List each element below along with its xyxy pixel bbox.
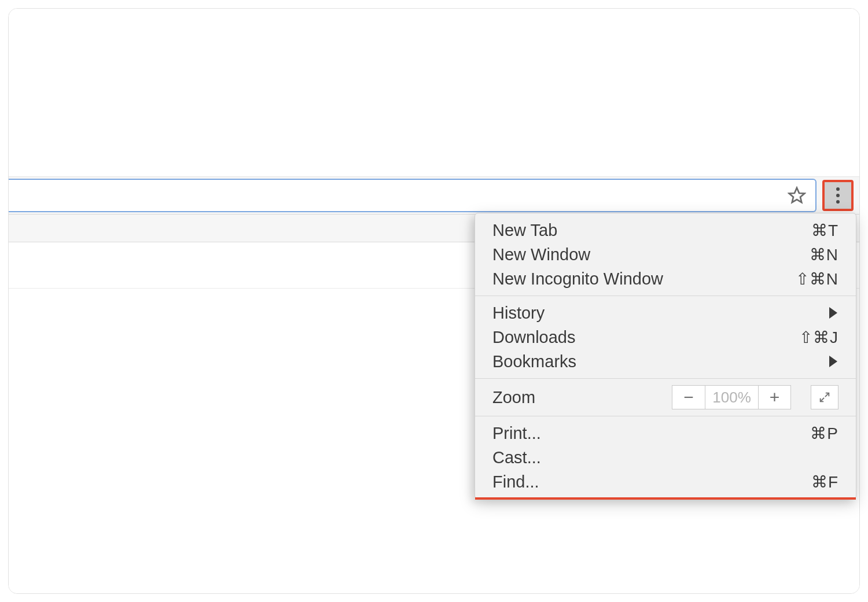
highlight-marker (475, 497, 856, 500)
menu-group-new: New Tab ⌘T New Window ⌘N New Incognito W… (475, 213, 856, 296)
address-bar[interactable] (9, 179, 816, 212)
zoom-label: Zoom (492, 388, 672, 407)
menu-item-print[interactable]: Print... ⌘P (475, 421, 856, 445)
menu-item-new-window[interactable]: New Window ⌘N (475, 242, 856, 267)
zoom-value: 100% (705, 386, 758, 409)
zoom-in-button[interactable]: + (758, 386, 790, 409)
menu-item-history[interactable]: History (475, 301, 856, 325)
vertical-dots-icon (836, 187, 840, 204)
menu-label: New Window (492, 245, 775, 264)
tab-strip-area (9, 9, 859, 176)
svg-marker-0 (789, 188, 805, 202)
menu-label: New Tab (492, 221, 775, 240)
chevron-right-icon (829, 307, 837, 319)
zoom-controls: − 100% + (672, 385, 791, 409)
menu-shortcut: ⇧⌘J (775, 328, 838, 347)
menu-label: Downloads (492, 328, 775, 347)
fullscreen-button[interactable] (811, 385, 838, 409)
menu-label: Find... (492, 472, 775, 492)
menu-group-actions: Print... ⌘P Cast... Find... ⌘F (475, 416, 856, 498)
menu-shortcut: ⌘F (775, 472, 838, 492)
menu-shortcut: ⇧⌘N (775, 269, 838, 289)
menu-group-history: History Downloads ⇧⌘J Bookmarks (475, 296, 856, 378)
svg-line-2 (821, 398, 824, 401)
main-menu-dropdown: New Tab ⌘T New Window ⌘N New Incognito W… (475, 213, 856, 499)
menu-label: Bookmarks (492, 352, 829, 371)
menu-item-bookmarks[interactable]: Bookmarks (475, 349, 856, 374)
bookmark-star-icon[interactable] (786, 185, 807, 206)
customize-menu-button[interactable] (822, 180, 854, 211)
toolbar (9, 176, 859, 215)
menu-shortcut: ⌘T (775, 221, 838, 240)
menu-item-zoom: Zoom − 100% + (475, 379, 856, 416)
svg-line-1 (825, 393, 829, 397)
menu-item-new-incognito[interactable]: New Incognito Window ⇧⌘N (475, 267, 856, 291)
menu-label: Print... (492, 424, 775, 443)
menu-shortcut: ⌘N (775, 245, 838, 264)
zoom-out-button[interactable]: − (672, 386, 705, 409)
chevron-right-icon (829, 356, 837, 367)
menu-item-new-tab[interactable]: New Tab ⌘T (475, 218, 856, 242)
menu-item-find[interactable]: Find... ⌘F (475, 470, 856, 494)
menu-label: History (492, 304, 829, 323)
menu-label: Cast... (492, 448, 775, 467)
menu-item-downloads[interactable]: Downloads ⇧⌘J (475, 325, 856, 349)
menu-item-cast[interactable]: Cast... (475, 445, 856, 470)
menu-label: New Incognito Window (492, 269, 775, 289)
menu-shortcut: ⌘P (775, 424, 838, 443)
